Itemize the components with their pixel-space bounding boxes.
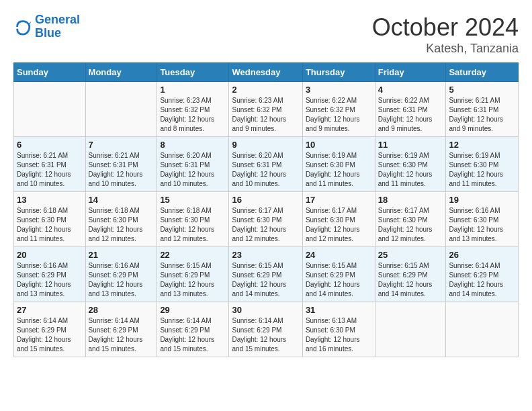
calendar-cell: 29Sunrise: 6:14 AM Sunset: 6:29 PM Dayli… [157, 302, 229, 357]
calendar-cell: 6Sunrise: 6:21 AM Sunset: 6:31 PM Daylig… [14, 137, 86, 192]
day-number: 17 [306, 195, 372, 205]
day-number: 24 [306, 250, 372, 260]
calendar-cell: 28Sunrise: 6:14 AM Sunset: 6:29 PM Dayli… [85, 302, 157, 357]
day-number: 5 [449, 85, 515, 95]
day-info: Sunrise: 6:14 AM Sunset: 6:29 PM Dayligh… [232, 316, 299, 354]
calendar-cell: 13Sunrise: 6:18 AM Sunset: 6:30 PM Dayli… [14, 192, 86, 247]
day-number: 13 [17, 195, 83, 205]
day-number: 18 [378, 195, 443, 205]
day-info: Sunrise: 6:16 AM Sunset: 6:29 PM Dayligh… [89, 261, 154, 299]
day-number: 27 [17, 305, 83, 315]
day-of-week-header: Monday [85, 63, 157, 82]
day-info: Sunrise: 6:21 AM Sunset: 6:31 PM Dayligh… [449, 96, 515, 134]
calendar-cell: 17Sunrise: 6:17 AM Sunset: 6:30 PM Dayli… [302, 192, 375, 247]
day-number: 25 [378, 250, 443, 260]
day-info: Sunrise: 6:17 AM Sunset: 6:30 PM Dayligh… [378, 206, 443, 244]
day-number: 26 [449, 250, 515, 260]
day-number: 6 [17, 140, 83, 150]
calendar-week-row: 27Sunrise: 6:14 AM Sunset: 6:29 PM Dayli… [14, 302, 519, 357]
calendar-cell [446, 302, 519, 357]
day-info: Sunrise: 6:17 AM Sunset: 6:30 PM Dayligh… [306, 206, 372, 244]
day-info: Sunrise: 6:15 AM Sunset: 6:29 PM Dayligh… [306, 261, 372, 299]
calendar-cell: 21Sunrise: 6:16 AM Sunset: 6:29 PM Dayli… [85, 247, 157, 302]
day-number: 28 [89, 305, 154, 315]
day-of-week-header: Thursday [302, 63, 375, 82]
day-number: 31 [306, 305, 372, 315]
day-info: Sunrise: 6:14 AM Sunset: 6:29 PM Dayligh… [160, 316, 226, 354]
day-info: Sunrise: 6:15 AM Sunset: 6:29 PM Dayligh… [378, 261, 443, 299]
calendar-cell: 11Sunrise: 6:19 AM Sunset: 6:30 PM Dayli… [375, 137, 446, 192]
calendar-cell: 25Sunrise: 6:15 AM Sunset: 6:29 PM Dayli… [375, 247, 446, 302]
day-number: 20 [17, 250, 83, 260]
day-number: 19 [449, 195, 515, 205]
day-number: 1 [160, 85, 226, 95]
calendar-cell: 2Sunrise: 6:23 AM Sunset: 6:32 PM Daylig… [229, 82, 302, 137]
day-info: Sunrise: 6:13 AM Sunset: 6:30 PM Dayligh… [306, 316, 372, 354]
day-number: 3 [306, 85, 372, 95]
day-number: 4 [378, 85, 443, 95]
day-of-week-header: Saturday [446, 63, 519, 82]
day-of-week-header: Tuesday [157, 63, 229, 82]
calendar-week-row: 1Sunrise: 6:23 AM Sunset: 6:32 PM Daylig… [14, 82, 519, 137]
calendar-week-row: 13Sunrise: 6:18 AM Sunset: 6:30 PM Dayli… [14, 192, 519, 247]
day-number: 8 [160, 140, 226, 150]
calendar-cell: 5Sunrise: 6:21 AM Sunset: 6:31 PM Daylig… [446, 82, 519, 137]
calendar-cell: 30Sunrise: 6:14 AM Sunset: 6:29 PM Dayli… [229, 302, 302, 357]
day-info: Sunrise: 6:18 AM Sunset: 6:30 PM Dayligh… [160, 206, 226, 244]
day-info: Sunrise: 6:15 AM Sunset: 6:29 PM Dayligh… [232, 261, 299, 299]
day-number: 12 [449, 140, 515, 150]
calendar-week-row: 6Sunrise: 6:21 AM Sunset: 6:31 PM Daylig… [14, 137, 519, 192]
calendar-cell: 27Sunrise: 6:14 AM Sunset: 6:29 PM Dayli… [14, 302, 86, 357]
calendar-cell: 16Sunrise: 6:17 AM Sunset: 6:30 PM Dayli… [229, 192, 302, 247]
logo-icon [13, 17, 32, 36]
calendar-cell: 12Sunrise: 6:19 AM Sunset: 6:30 PM Dayli… [446, 137, 519, 192]
day-number: 23 [232, 250, 299, 260]
day-info: Sunrise: 6:19 AM Sunset: 6:30 PM Dayligh… [449, 151, 515, 189]
day-number: 14 [89, 195, 154, 205]
day-number: 10 [306, 140, 372, 150]
month-title: October 2024 Katesh, Tanzania [372, 13, 519, 56]
calendar-cell [375, 302, 446, 357]
calendar-cell: 22Sunrise: 6:15 AM Sunset: 6:29 PM Dayli… [157, 247, 229, 302]
day-of-week-header: Wednesday [229, 63, 302, 82]
location: Katesh, Tanzania [372, 42, 519, 56]
calendar-cell: 14Sunrise: 6:18 AM Sunset: 6:30 PM Dayli… [85, 192, 157, 247]
day-info: Sunrise: 6:22 AM Sunset: 6:32 PM Dayligh… [306, 96, 372, 134]
day-number: 11 [378, 140, 443, 150]
day-of-week-header: Friday [375, 63, 446, 82]
day-number: 16 [232, 195, 299, 205]
logo: General Blue [13, 13, 80, 40]
day-number: 22 [160, 250, 226, 260]
day-number: 9 [232, 140, 299, 150]
calendar-cell [14, 82, 86, 137]
day-info: Sunrise: 6:14 AM Sunset: 6:29 PM Dayligh… [17, 316, 83, 354]
day-info: Sunrise: 6:20 AM Sunset: 6:31 PM Dayligh… [160, 151, 226, 189]
calendar-cell: 19Sunrise: 6:16 AM Sunset: 6:30 PM Dayli… [446, 192, 519, 247]
day-number: 7 [89, 140, 154, 150]
calendar-cell: 31Sunrise: 6:13 AM Sunset: 6:30 PM Dayli… [302, 302, 375, 357]
calendar-cell: 9Sunrise: 6:20 AM Sunset: 6:31 PM Daylig… [229, 137, 302, 192]
calendar-cell: 3Sunrise: 6:22 AM Sunset: 6:32 PM Daylig… [302, 82, 375, 137]
day-of-week-header: Sunday [14, 63, 86, 82]
calendar-header-row: SundayMondayTuesdayWednesdayThursdayFrid… [14, 63, 519, 82]
day-info: Sunrise: 6:16 AM Sunset: 6:29 PM Dayligh… [17, 261, 83, 299]
calendar-cell: 1Sunrise: 6:23 AM Sunset: 6:32 PM Daylig… [157, 82, 229, 137]
calendar-cell: 4Sunrise: 6:22 AM Sunset: 6:31 PM Daylig… [375, 82, 446, 137]
day-info: Sunrise: 6:19 AM Sunset: 6:30 PM Dayligh… [378, 151, 443, 189]
day-number: 29 [160, 305, 226, 315]
month-year: October 2024 [372, 13, 519, 42]
logo-text: General Blue [35, 13, 80, 40]
day-info: Sunrise: 6:23 AM Sunset: 6:32 PM Dayligh… [160, 96, 226, 134]
day-number: 21 [89, 250, 154, 260]
day-info: Sunrise: 6:23 AM Sunset: 6:32 PM Dayligh… [232, 96, 299, 134]
day-info: Sunrise: 6:16 AM Sunset: 6:30 PM Dayligh… [449, 206, 515, 244]
calendar-week-row: 20Sunrise: 6:16 AM Sunset: 6:29 PM Dayli… [14, 247, 519, 302]
calendar-cell: 23Sunrise: 6:15 AM Sunset: 6:29 PM Dayli… [229, 247, 302, 302]
day-number: 30 [232, 305, 299, 315]
day-info: Sunrise: 6:15 AM Sunset: 6:29 PM Dayligh… [160, 261, 226, 299]
day-info: Sunrise: 6:18 AM Sunset: 6:30 PM Dayligh… [89, 206, 154, 244]
calendar-cell: 26Sunrise: 6:14 AM Sunset: 6:29 PM Dayli… [446, 247, 519, 302]
day-info: Sunrise: 6:14 AM Sunset: 6:29 PM Dayligh… [449, 261, 515, 299]
day-number: 15 [160, 195, 226, 205]
calendar-cell: 18Sunrise: 6:17 AM Sunset: 6:30 PM Dayli… [375, 192, 446, 247]
